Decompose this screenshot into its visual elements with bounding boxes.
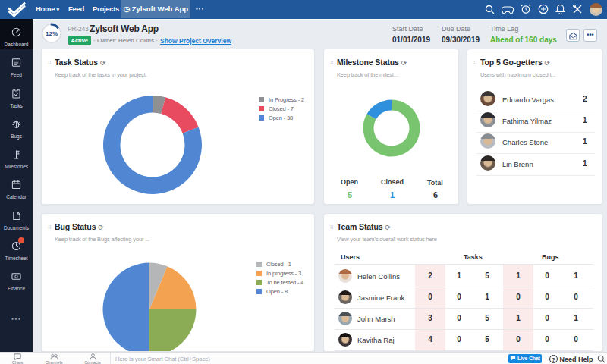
- svg-text:12%: 12%: [46, 30, 58, 37]
